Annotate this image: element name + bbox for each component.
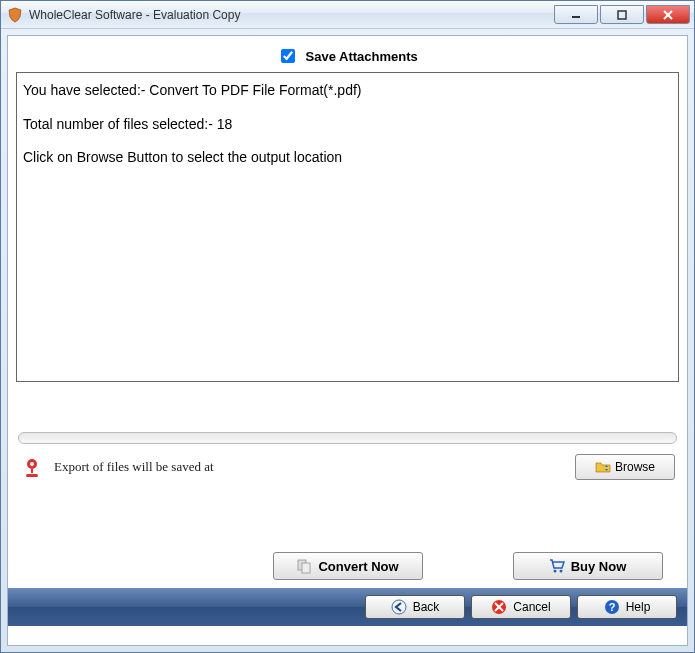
export-path-label: Export of files will be saved at (54, 459, 563, 475)
convert-now-label: Convert Now (318, 559, 398, 574)
folder-icon (595, 459, 611, 475)
back-button[interactable]: Back (365, 595, 465, 619)
window-title: WholeClear Software - Evaluation Copy (29, 8, 554, 22)
save-attachments-label: Save Attachments (306, 49, 418, 64)
info-line-3: Click on Browse Button to select the out… (23, 148, 672, 168)
svg-point-11 (392, 600, 406, 614)
cancel-button[interactable]: Cancel (471, 595, 571, 619)
app-icon (7, 7, 23, 23)
buy-now-button[interactable]: Buy Now (513, 552, 663, 580)
svg-rect-6 (26, 474, 38, 477)
save-attachments-row: Save Attachments (16, 42, 679, 72)
footer-bar: Back Cancel ? Help (8, 588, 687, 626)
progress-bar (18, 432, 677, 444)
location-pin-icon (22, 458, 42, 477)
svg-rect-8 (302, 563, 310, 573)
save-attachments-checkbox[interactable] (281, 49, 295, 63)
browse-button-label: Browse (615, 460, 655, 474)
browse-button[interactable]: Browse (575, 454, 675, 480)
close-button[interactable] (646, 5, 690, 24)
cart-icon (549, 558, 565, 574)
svg-text:?: ? (608, 601, 615, 613)
application-window: WholeClear Software - Evaluation Copy Sa… (0, 0, 695, 653)
action-row: Convert Now Buy Now (16, 552, 679, 580)
convert-icon (296, 558, 312, 574)
info-line-2: Total number of files selected:- 18 (23, 115, 672, 135)
buy-now-label: Buy Now (571, 559, 627, 574)
help-button[interactable]: ? Help (577, 595, 677, 619)
minimize-button[interactable] (554, 5, 598, 24)
titlebar: WholeClear Software - Evaluation Copy (1, 1, 694, 29)
cancel-icon (491, 599, 507, 615)
svg-point-9 (553, 570, 556, 573)
svg-point-5 (30, 462, 34, 466)
client-area: Save Attachments You have selected:- Con… (7, 35, 688, 646)
back-arrow-icon (391, 599, 407, 615)
convert-now-button[interactable]: Convert Now (273, 552, 423, 580)
export-row: Export of files will be saved at Browse (16, 452, 679, 482)
info-textbox: You have selected:- Convert To PDF File … (16, 72, 679, 382)
cancel-button-label: Cancel (513, 600, 550, 614)
back-button-label: Back (413, 600, 440, 614)
svg-point-10 (559, 570, 562, 573)
help-button-label: Help (626, 600, 651, 614)
maximize-button[interactable] (600, 5, 644, 24)
info-line-1: You have selected:- Convert To PDF File … (23, 81, 672, 101)
svg-rect-1 (618, 11, 626, 19)
window-controls (554, 5, 694, 24)
help-icon: ? (604, 599, 620, 615)
